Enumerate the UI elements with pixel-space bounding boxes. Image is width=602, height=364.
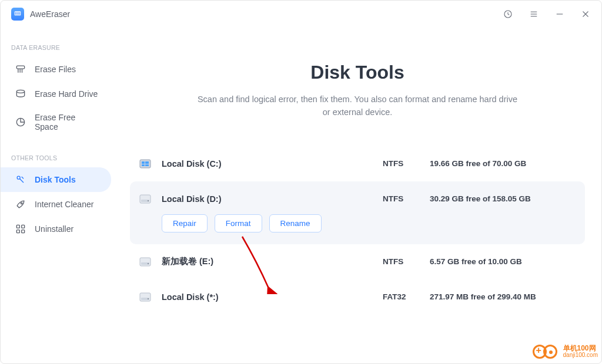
disk-name: Local Disk (D:) <box>162 194 222 204</box>
disk-icon <box>138 157 152 171</box>
disk-icon <box>138 255 152 269</box>
svg-rect-4 <box>19 12 20 15</box>
svg-point-32 <box>148 200 149 201</box>
history-icon[interactable] <box>503 9 513 19</box>
disk-filesystem: NTFS <box>383 257 430 266</box>
apps-icon <box>15 223 26 235</box>
disk-space: 271.97 MB free of 299.40 MB <box>430 292 577 301</box>
close-button[interactable] <box>580 9 591 19</box>
page-title: Disk Tools <box>130 62 585 83</box>
sidebar-item-uninstaller[interactable]: Uninstaller <box>1 217 111 241</box>
repair-button[interactable]: Repair <box>162 214 208 232</box>
svg-point-20 <box>21 203 22 204</box>
disk-filesystem: FAT32 <box>383 292 430 301</box>
svg-rect-28 <box>142 164 145 166</box>
sidebar-item-erase-free-space[interactable]: Erase Free Space <box>1 106 111 138</box>
disk-head: Local Disk (*:)FAT32271.97 MB free of 29… <box>138 290 577 304</box>
disk-name: 新加载卷 (E:) <box>162 256 213 267</box>
svg-point-17 <box>16 90 24 93</box>
disk-icon <box>138 192 152 206</box>
svg-rect-3 <box>18 12 19 15</box>
disk-space: 30.29 GB free of 158.05 GB <box>430 194 577 203</box>
sidebar-item-label: Internet Cleaner <box>35 200 93 209</box>
app-name: AweEraser <box>30 9 70 19</box>
main-content: Disk Tools Scan and find logical error, … <box>118 28 601 363</box>
menu-icon[interactable] <box>529 9 539 19</box>
app-logo-icon <box>11 8 24 21</box>
sidebar-item-internet-cleaner[interactable]: Internet Cleaner <box>1 192 111 217</box>
titlebar: AweEraser <box>1 1 601 28</box>
svg-point-35 <box>148 263 149 264</box>
svg-rect-24 <box>22 230 25 233</box>
sidebar-item-disk-tools[interactable]: Disk Tools <box>1 167 111 192</box>
svg-point-38 <box>148 298 149 299</box>
disk-row[interactable]: Local Disk (C:)NTFS19.66 GB free of 70.0… <box>130 146 585 181</box>
watermark: 单机100网 danji100.com <box>533 343 598 360</box>
disk-head: 新加载卷 (E:)NTFS6.57 GB free of 10.00 GB <box>138 255 577 269</box>
watermark-line2: danji100.com <box>563 352 598 359</box>
watermark-logo-icon <box>533 343 560 360</box>
format-button[interactable]: Format <box>215 214 262 232</box>
sidebar-item-label: Erase Hard Drive <box>35 89 98 99</box>
svg-rect-1 <box>15 12 16 15</box>
svg-rect-2 <box>16 12 17 15</box>
sidebar-item-label: Disk Tools <box>35 175 76 184</box>
app-window: AweEraser DATA ERASURE Erase Files Erase… <box>0 0 602 364</box>
disk-filesystem: NTFS <box>383 194 430 203</box>
shredder-icon <box>15 63 26 75</box>
rocket-icon <box>15 198 26 210</box>
disk-list: Local Disk (C:)NTFS19.66 GB free of 70.0… <box>130 146 585 315</box>
svg-rect-29 <box>145 164 149 166</box>
disk-head: Local Disk (C:)NTFS19.66 GB free of 70.0… <box>138 157 577 171</box>
sidebar-item-label: Erase Free Space <box>35 113 101 132</box>
disk-row[interactable]: Local Disk (*:)FAT32271.97 MB free of 29… <box>130 279 585 315</box>
disk-head: Local Disk (D:)NTFS30.29 GB free of 158.… <box>138 192 577 206</box>
disk-name: Local Disk (C:) <box>162 159 222 168</box>
minimize-button[interactable] <box>554 9 565 19</box>
svg-rect-12 <box>16 66 24 69</box>
disk-row[interactable]: Local Disk (D:)NTFS30.29 GB free of 158.… <box>130 181 585 244</box>
disk-actions: RepairFormatRename <box>162 214 577 232</box>
svg-rect-21 <box>16 225 19 228</box>
svg-rect-26 <box>142 161 145 164</box>
sidebar-item-label: Erase Files <box>35 65 76 74</box>
body: DATA ERASURE Erase Files Erase Hard Driv… <box>1 28 601 363</box>
hard-drive-icon <box>15 88 26 100</box>
tools-icon <box>15 174 26 186</box>
disk-filesystem: NTFS <box>383 159 430 168</box>
sidebar-item-erase-hard-drive[interactable]: Erase Hard Drive <box>1 82 111 106</box>
disk-space: 19.66 GB free of 70.00 GB <box>430 159 577 168</box>
sidebar-section-other-tools: OTHER TOOLS <box>1 154 118 167</box>
pie-icon <box>15 116 26 128</box>
sidebar-item-erase-files[interactable]: Erase Files <box>1 57 111 82</box>
disk-row[interactable]: 新加载卷 (E:)NTFS6.57 GB free of 10.00 GB <box>130 244 585 279</box>
svg-rect-22 <box>22 225 25 228</box>
svg-rect-23 <box>16 230 19 233</box>
page-subtitle: Scan and find logical error, then fix th… <box>193 93 522 119</box>
disk-icon <box>138 290 152 304</box>
disk-space: 6.57 GB free of 10.00 GB <box>430 257 577 266</box>
sidebar: DATA ERASURE Erase Files Erase Hard Driv… <box>1 28 118 363</box>
svg-rect-27 <box>145 161 149 164</box>
window-controls <box>503 9 591 19</box>
sidebar-section-data-erasure: DATA ERASURE <box>1 44 118 57</box>
sidebar-item-label: Uninstaller <box>35 224 73 234</box>
rename-button[interactable]: Rename <box>269 214 322 232</box>
disk-name: Local Disk (*:) <box>162 292 219 302</box>
